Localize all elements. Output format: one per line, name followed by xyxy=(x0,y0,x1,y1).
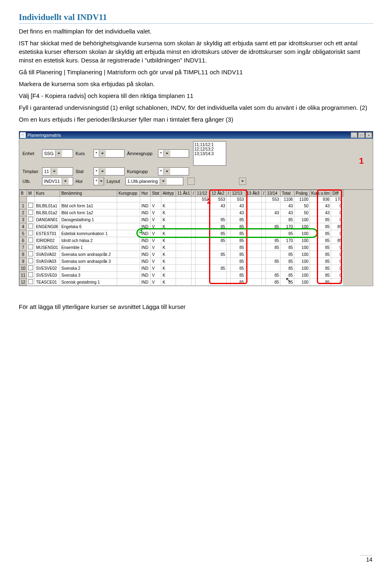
cell[interactable]: K xyxy=(161,265,176,272)
cell[interactable]: 85 xyxy=(231,265,245,272)
cell[interactable]: K xyxy=(161,209,176,216)
cell[interactable] xyxy=(192,197,196,202)
cell[interactable]: 3 xyxy=(20,216,27,223)
cell[interactable] xyxy=(117,279,140,286)
cell[interactable] xyxy=(245,265,262,272)
timplan-dropdown[interactable]: 11 xyxy=(42,167,73,176)
cell[interactable] xyxy=(192,279,196,286)
cell[interactable]: 85 xyxy=(210,265,227,272)
cell[interactable] xyxy=(245,237,262,244)
cell[interactable] xyxy=(20,197,27,202)
cell[interactable]: 100 xyxy=(294,223,310,230)
table-row[interactable]: 11SVESVE03Svenska 3INDVK858585100850 xyxy=(20,272,343,279)
cell[interactable] xyxy=(117,197,140,202)
cell[interactable]: 0 xyxy=(331,265,343,272)
chevron-down-icon[interactable] xyxy=(160,178,167,184)
cell[interactable]: ENGENG06 xyxy=(35,223,60,230)
cell[interactable]: 85 xyxy=(210,216,227,223)
checkbox-cell[interactable] xyxy=(27,251,35,258)
cell[interactable]: 85 xyxy=(281,279,294,286)
cell[interactable]: K xyxy=(161,251,176,258)
cell[interactable] xyxy=(262,216,266,223)
cell[interactable]: 85 xyxy=(266,258,281,265)
cell[interactable]: MUSENS01 xyxy=(35,244,60,251)
cell[interactable]: 85 xyxy=(266,223,281,230)
cell[interactable]: 85 xyxy=(281,251,294,258)
cell[interactable] xyxy=(227,216,231,223)
cell[interactable]: 85 xyxy=(281,244,294,251)
checkbox-cell[interactable] xyxy=(27,258,35,265)
cell[interactable]: K xyxy=(161,216,176,223)
cell[interactable]: 0 xyxy=(331,202,343,209)
cell[interactable]: 170 xyxy=(331,197,343,202)
cell[interactable]: SVESVE02 xyxy=(35,265,60,272)
cell[interactable]: 85 xyxy=(310,244,331,251)
cell[interactable]: Estetisk kommunikation 1 xyxy=(60,230,117,237)
cell[interactable]: V xyxy=(151,258,161,265)
window-titlebar[interactable]: □ Planeringsmatris _ □ × xyxy=(19,131,373,139)
cell[interactable]: 85 xyxy=(310,251,331,258)
cell[interactable] xyxy=(161,197,176,202)
column-header[interactable]: Diff xyxy=(331,190,343,197)
cell[interactable] xyxy=(262,265,266,272)
checkbox-cell[interactable] xyxy=(27,230,35,237)
cell[interactable]: Dansgestaltning 1 xyxy=(60,216,117,223)
cell[interactable]: 85 xyxy=(281,230,294,237)
cell[interactable] xyxy=(176,223,192,230)
cell[interactable]: 85 xyxy=(331,237,343,244)
cell[interactable] xyxy=(245,244,262,251)
cell[interactable]: IND xyxy=(140,209,151,216)
cell[interactable]: 100 xyxy=(294,279,310,286)
cell[interactable] xyxy=(196,202,210,209)
cell[interactable] xyxy=(192,209,196,216)
cell[interactable]: IND xyxy=(140,251,151,258)
cell[interactable] xyxy=(227,265,231,272)
column-header[interactable]: 13/14 xyxy=(266,190,281,197)
cell[interactable] xyxy=(245,279,262,286)
cell[interactable]: Svenska 2 xyxy=(60,265,117,272)
cell[interactable]: 85 xyxy=(281,265,294,272)
cell[interactable]: 85 xyxy=(210,237,227,244)
column-header[interactable]: Total xyxy=(281,190,294,197)
cell[interactable]: 553 xyxy=(266,197,281,202)
table-row[interactable]: 12TEASCE01Scenisk gestaltning 1INDVK8585… xyxy=(20,279,343,286)
cell[interactable]: 85 xyxy=(266,272,281,279)
cell[interactable]: 85 xyxy=(210,223,227,230)
cell[interactable]: Svenska som andraspråk 2 xyxy=(60,251,117,258)
cell[interactable] xyxy=(196,258,210,265)
cell[interactable]: K xyxy=(161,230,176,237)
column-header[interactable]: Kurs u.tim xyxy=(310,190,331,197)
chevron-down-icon[interactable] xyxy=(163,150,170,157)
cell[interactable] xyxy=(196,237,210,244)
cell[interactable]: 0 xyxy=(331,209,343,216)
cell[interactable] xyxy=(117,258,140,265)
cell[interactable]: 85 xyxy=(231,258,245,265)
cell[interactable] xyxy=(192,251,196,258)
cell[interactable]: Idrott och hälsa 2 xyxy=(60,237,117,244)
cell[interactable]: 9 xyxy=(20,258,27,265)
cell[interactable]: 8 xyxy=(20,251,27,258)
cell[interactable] xyxy=(227,202,231,209)
column-header[interactable]: Kursgrupp xyxy=(117,190,140,197)
cell[interactable] xyxy=(245,202,262,209)
cell[interactable]: K xyxy=(161,244,176,251)
cell[interactable] xyxy=(176,258,192,265)
cell[interactable]: IND xyxy=(140,258,151,265)
cell[interactable] xyxy=(245,272,262,279)
cell[interactable] xyxy=(117,216,140,223)
cell[interactable] xyxy=(262,202,266,209)
cell[interactable] xyxy=(227,258,231,265)
cell[interactable]: 85 xyxy=(281,216,294,223)
cell[interactable] xyxy=(140,197,151,202)
cell[interactable] xyxy=(192,258,196,265)
cell[interactable]: 553 xyxy=(210,197,227,202)
cell[interactable]: Scenisk gestaltning 1 xyxy=(60,279,117,286)
cell[interactable]: IND xyxy=(140,230,151,237)
cell[interactable] xyxy=(117,223,140,230)
cell[interactable] xyxy=(117,265,140,272)
cell[interactable]: 0 xyxy=(331,272,343,279)
checkbox-cell[interactable] xyxy=(27,265,35,272)
cell[interactable]: 43 xyxy=(210,202,227,209)
cell[interactable]: 10 xyxy=(20,265,27,272)
cell[interactable]: V xyxy=(151,265,161,272)
